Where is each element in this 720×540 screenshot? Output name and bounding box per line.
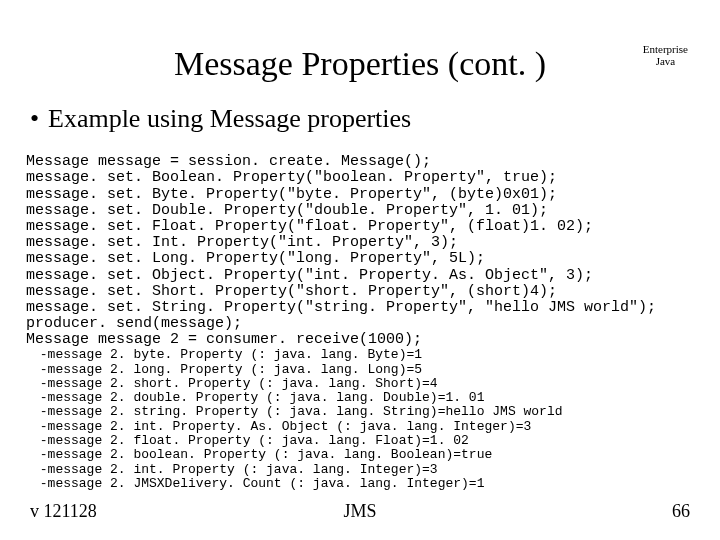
slide-title: Message Properties (cont. ) bbox=[0, 45, 720, 83]
corner-label-line1: Enterprise bbox=[643, 44, 688, 56]
code-line: message. set. Boolean. Property("boolean… bbox=[26, 169, 557, 186]
code-line: message. set. Double. Property("double. … bbox=[26, 202, 548, 219]
corner-label: Enterprise Java bbox=[643, 44, 688, 67]
footer-topic: JMS bbox=[0, 501, 720, 522]
output-block: -message 2. byte. Property (: java. lang… bbox=[32, 334, 563, 491]
bullet-dot-icon: • bbox=[30, 104, 48, 134]
code-line: message. set. Object. Property("int. Pro… bbox=[26, 267, 593, 284]
bullet-item: •Example using Message properties bbox=[30, 104, 411, 134]
output-line: -message 2. string. Property (: java. la… bbox=[32, 404, 563, 419]
output-line: -message 2. boolean. Property (: java. l… bbox=[32, 447, 492, 462]
code-line: message. set. Byte. Property("byte. Prop… bbox=[26, 186, 557, 203]
slide: Message Properties (cont. ) Enterprise J… bbox=[0, 0, 720, 540]
code-line: Message message = session. create. Messa… bbox=[26, 153, 431, 170]
code-line: message. set. Int. Property("int. Proper… bbox=[26, 234, 458, 251]
output-line: -message 2. int. Property. As. Object (:… bbox=[32, 419, 531, 434]
output-line: -message 2. byte. Property (: java. lang… bbox=[32, 347, 422, 362]
output-line: -message 2. long. Property (: java. lang… bbox=[32, 362, 422, 377]
output-line: -message 2. JMSXDelivery. Count (: java.… bbox=[32, 476, 484, 491]
corner-label-line2: Java bbox=[643, 56, 688, 68]
output-line: -message 2. double. Property (: java. la… bbox=[32, 390, 484, 405]
code-block: Message message = session. create. Messa… bbox=[26, 138, 656, 348]
output-line: -message 2. short. Property (: java. lan… bbox=[32, 376, 438, 391]
code-line: message. set. String. Property("string. … bbox=[26, 299, 656, 316]
output-line: -message 2. float. Property (: java. lan… bbox=[32, 433, 469, 448]
code-line: producer. send(message); bbox=[26, 315, 242, 332]
code-line: message. set. Short. Property("short. Pr… bbox=[26, 283, 557, 300]
output-line: -message 2. int. Property (: java. lang.… bbox=[32, 462, 438, 477]
bullet-text: Example using Message properties bbox=[48, 104, 411, 133]
code-line: message. set. Float. Property("float. Pr… bbox=[26, 218, 593, 235]
footer-page-number: 66 bbox=[672, 501, 690, 522]
code-line: message. set. Long. Property("long. Prop… bbox=[26, 250, 485, 267]
